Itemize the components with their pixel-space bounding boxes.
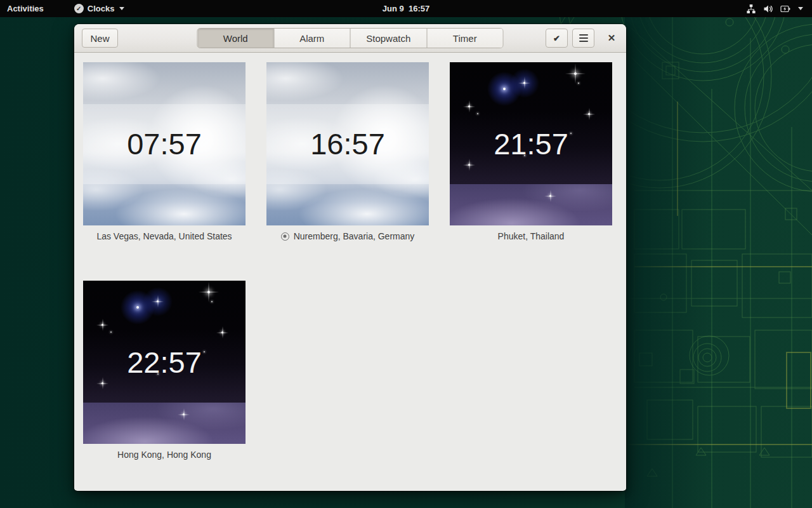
app-menu-label: Clocks — [88, 4, 115, 13]
clock-tile-image: 07:57 — [83, 62, 246, 225]
select-button[interactable]: ✔ — [546, 29, 568, 48]
top-bar: Activities ✓ Clocks Jun 9 16:57 — [0, 0, 812, 17]
volume-icon — [763, 4, 774, 14]
clocks-window: New World Alarm Stopwatch Timer ✔ ✕ — [74, 24, 626, 491]
clock-time: 16:57 — [266, 62, 429, 225]
clock-time: 21:57 — [450, 62, 612, 225]
new-clock-button[interactable]: New — [82, 29, 118, 48]
clock-location: Nuremberg, Bavaria, Germany — [266, 231, 429, 241]
desktop: Activities ✓ Clocks Jun 9 16:57 — [0, 0, 812, 508]
clock-time: 22:57 — [83, 281, 246, 444]
chevron-down-icon — [119, 7, 124, 10]
clock-location: Hong Kong, Hong Kong — [83, 450, 246, 460]
tab-stopwatch[interactable]: Stopwatch — [350, 29, 427, 48]
tab-alarm[interactable]: Alarm — [273, 29, 350, 48]
world-clock-tile[interactable]: 22:57 Hong Kong, Hong Kong — [83, 281, 246, 460]
tab-timer[interactable]: Timer — [426, 29, 503, 48]
clock-tile-image: 22:57 — [83, 281, 246, 444]
world-clock-tile[interactable]: 16:57 Nuremberg, Bavaria, Germany — [266, 62, 429, 241]
header-bar: New World Alarm Stopwatch Timer ✔ ✕ — [74, 24, 626, 53]
tab-world[interactable]: World — [198, 29, 274, 48]
activities-button[interactable]: Activities — [0, 0, 51, 17]
world-clocks-panel: 07:57 Las Vegas, Nevada, United States 1… — [74, 53, 626, 490]
world-clock-tile[interactable]: 07:57 Las Vegas, Nevada, United States — [83, 62, 246, 241]
clock-tile-image: 21:57 — [450, 62, 612, 225]
menu-button[interactable] — [572, 29, 594, 48]
clocks-app-icon: ✓ — [74, 4, 84, 13]
system-status-menu[interactable] — [743, 0, 806, 17]
network-wired-icon — [745, 4, 757, 14]
current-location-icon — [281, 232, 289, 241]
close-window-button[interactable]: ✕ — [605, 29, 619, 48]
clock-location: Phuket, Thailand — [450, 231, 612, 241]
world-clock-tile[interactable]: 21:57 Phuket, Thailand — [450, 62, 612, 241]
clock-tile-image: 16:57 — [266, 62, 429, 225]
battery-charging-icon — [780, 4, 791, 14]
view-switcher: World Alarm Stopwatch Timer — [197, 28, 504, 48]
clock-time: 07:57 — [83, 62, 246, 225]
app-menu[interactable]: ✓ Clocks — [67, 0, 132, 17]
clock-location: Las Vegas, Nevada, United States — [83, 231, 246, 241]
hamburger-icon — [579, 34, 588, 36]
clock-grid: 07:57 Las Vegas, Nevada, United States 1… — [83, 62, 617, 460]
chevron-down-icon — [798, 7, 803, 10]
